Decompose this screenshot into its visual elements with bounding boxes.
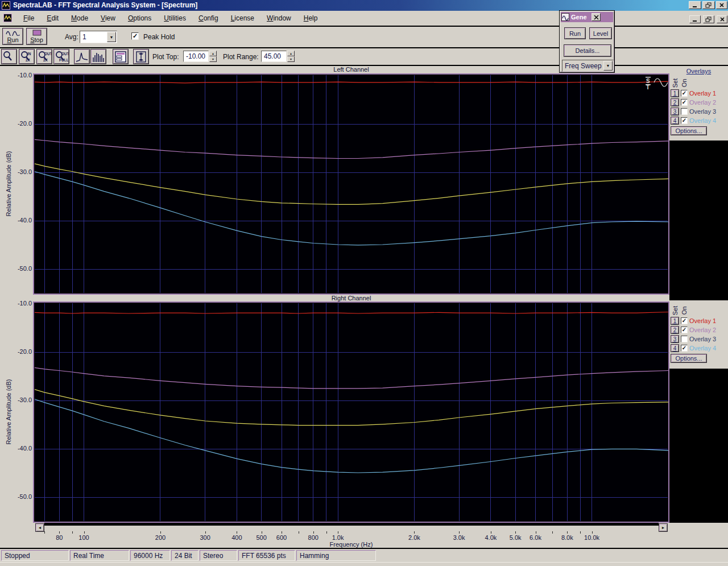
menu-item-config[interactable]: Config [192, 12, 225, 24]
overlay-4-on-checkbox[interactable]: ✓ [681, 117, 688, 124]
plot-range-input[interactable]: 45.00 [261, 51, 287, 62]
x-tick-mark [72, 531, 73, 534]
overlay-row-2: 2✓Overlay 2 [671, 325, 716, 334]
menu-item-edit[interactable]: Edit [40, 12, 65, 24]
plot-top-input[interactable]: -10.00 [183, 51, 209, 62]
x-tick-mark [237, 531, 237, 534]
menu-item-mode[interactable]: Mode [65, 12, 94, 24]
x-tick-mark [205, 531, 206, 534]
y-tick--50.0: -50.0 [8, 493, 32, 500]
display-options-button[interactable] [113, 49, 129, 64]
right-channel-plot[interactable] [33, 301, 669, 523]
minimize-icon[interactable] [689, 1, 701, 9]
generator-close-icon[interactable] [592, 13, 601, 21]
avg-label: Avg: [65, 33, 78, 41]
overlay-1-on-checkbox[interactable]: ✓ [681, 90, 688, 97]
scroll-left-arrow-icon[interactable]: ◄ [35, 523, 44, 532]
menu-item-help[interactable]: Help [297, 12, 324, 24]
x-tick-mark [59, 531, 60, 534]
zoom-out-full-button[interactable]: OUTFULL [53, 49, 69, 64]
window-title: SpectraLAB - FFT Spectral Analysis Syste… [13, 1, 197, 9]
svg-text:IN: IN [27, 52, 31, 56]
spectrum-document-icon [3, 14, 12, 22]
generator-mode-dropdown[interactable]: Freq Sweep ▼ [562, 60, 614, 72]
spinner-down-icon: ▼ [209, 56, 217, 62]
overlays-options-button[interactable]: Options... [671, 354, 707, 363]
avg-value: 1 [82, 33, 86, 41]
generator-title-bar[interactable]: Gene [561, 12, 613, 22]
chevron-down-icon[interactable]: ▼ [603, 61, 613, 71]
document-restore-icon[interactable] [703, 15, 714, 23]
status-panel-4: Stereo [200, 550, 237, 561]
plot-top-spinner[interactable]: ▲▼ [209, 51, 217, 62]
overlay-3-set-button[interactable]: 3 [671, 335, 679, 343]
overlay-1-set-button[interactable]: 1 [671, 89, 679, 97]
overlay-3-on-checkbox[interactable] [681, 108, 688, 115]
x-tick-mark [552, 531, 553, 534]
run-button[interactable]: Run [2, 28, 23, 45]
overlay-row-1: 1✓Overlay 1 [671, 316, 716, 325]
overlay-4-set-button[interactable]: 4 [671, 344, 679, 352]
zoom-tool-button[interactable] [1, 49, 17, 64]
x-tick-mark [299, 531, 299, 534]
x-tick-mark [44, 531, 45, 534]
generator-window: Gene Run Level Details... Freq Sweep ▼ [559, 10, 615, 73]
x-tick-mark [160, 531, 161, 534]
overlay-4-on-checkbox[interactable]: ✓ [681, 345, 688, 352]
menu-item-license[interactable]: License [225, 12, 260, 24]
generator-icon [561, 13, 569, 21]
svg-text:S: S [646, 78, 650, 84]
overlay-3-on-checkbox[interactable] [681, 336, 688, 342]
avg-dropdown[interactable]: 1 ▼ [80, 31, 117, 43]
freq-scrollbar-track[interactable] [44, 523, 659, 532]
zoom-out-2x-button[interactable]: OUT2X [36, 49, 52, 64]
x-tick-600: 600 [269, 534, 294, 541]
overlay-2-set-button[interactable]: 2 [671, 326, 679, 334]
chevron-down-icon[interactable]: ▼ [107, 32, 116, 42]
x-tick-80: 80 [47, 534, 72, 541]
overlay-1-on-checkbox[interactable]: ✓ [681, 317, 688, 324]
menu-item-window[interactable]: Window [260, 12, 297, 24]
menu-item-view[interactable]: View [94, 12, 122, 24]
amplitude-scale-button[interactable] [133, 49, 149, 64]
close-icon[interactable] [716, 1, 727, 9]
bar-graph-button[interactable] [90, 49, 106, 64]
document-close-icon[interactable] [717, 15, 727, 23]
overlay-2-set-button[interactable]: 2 [671, 98, 679, 106]
zoom-in-2x-button[interactable]: IN2X [19, 49, 35, 64]
menu-item-utilities[interactable]: Utilities [158, 12, 192, 24]
scroll-right-arrow-icon[interactable]: ► [659, 523, 668, 532]
overlays-options-button[interactable]: Options... [671, 126, 707, 135]
svg-text:OUT: OUT [44, 52, 51, 56]
x-tick-mark [491, 531, 491, 534]
peak-hold-checkbox[interactable]: ✓ [131, 32, 139, 40]
overlay-1-set-button[interactable]: 1 [671, 317, 679, 325]
overlay-row-3: 3Overlay 3 [671, 107, 716, 116]
status-panel-3: 24 Bit [171, 550, 198, 561]
spectralab-app-icon [2, 1, 10, 10]
left-channel-plot[interactable]: ST [33, 73, 669, 295]
overlay-2-on-checkbox[interactable]: ✓ [681, 99, 688, 106]
overlay-2-on-checkbox[interactable]: ✓ [681, 327, 688, 333]
overlay-3-set-button[interactable]: 3 [671, 108, 679, 115]
stop-button[interactable]: Stop [26, 28, 47, 45]
overlays-heading[interactable]: Overlays [669, 66, 728, 75]
zoom-scale-toolbar: IN2X OUT2X OUTFULL Plot Top: -10.00 ▲▼ P… [0, 48, 728, 66]
overlay-4-label: Overlay 4 [689, 117, 716, 124]
x-tick-2.0k: 2.0k [402, 534, 427, 541]
generator-level-button[interactable]: Level [589, 27, 612, 39]
generator-run-button[interactable]: Run [564, 27, 586, 39]
document-minimize-icon[interactable] [689, 15, 701, 23]
x-tick-300: 300 [193, 534, 218, 541]
overlays-panel-left: Overlays SetOn1✓Overlay 12✓Overlay 23Ove… [669, 66, 728, 141]
generator-details-button[interactable]: Details... [564, 44, 611, 57]
menu-item-file[interactable]: File [17, 12, 40, 24]
menu-item-options[interactable]: Options [122, 12, 158, 24]
y-tick--20.0: -20.0 [8, 348, 32, 355]
restore-icon[interactable] [702, 1, 715, 9]
overlay-4-set-button[interactable]: 4 [671, 117, 679, 125]
x-axis-label: Frequency (Hz) [33, 541, 669, 548]
spectrum-curve-button[interactable] [74, 49, 90, 64]
plot-range-spinner[interactable]: ▲▼ [287, 51, 295, 62]
x-tick-mark [536, 531, 536, 534]
